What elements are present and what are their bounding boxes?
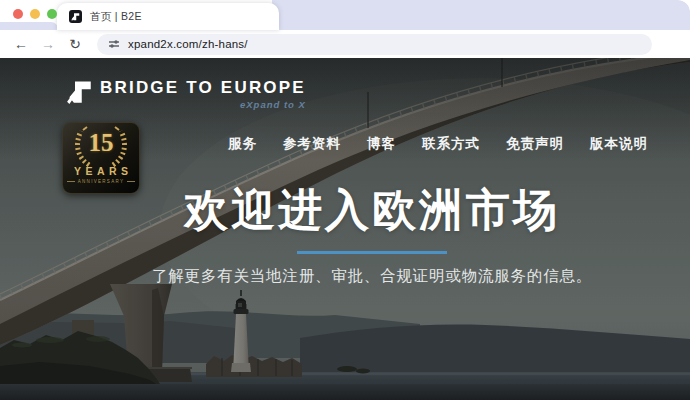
hero-title: 欢迎进入欧洲市场: [54, 185, 690, 236]
badge-anniversary-row: ANNIVERSARY: [67, 179, 135, 184]
browser-toolbar: ← → ↻ xpand2x.com/zh-hans/: [0, 30, 690, 58]
url-text[interactable]: xpand2x.com/zh-hans/: [128, 38, 248, 50]
address-bar[interactable]: xpand2x.com/zh-hans/: [97, 34, 652, 55]
zoom-button[interactable]: [47, 9, 57, 19]
window-controls: [13, 9, 57, 19]
webpage: BRIDGE TO EUROPE eXpand to X 15 YEARS: [0, 58, 690, 400]
tab-title: 首页 | B2E: [90, 10, 142, 24]
nav-item-release-notes[interactable]: 版本说明: [590, 135, 648, 153]
main-navigation: 服务 参考资料 博客 联系方式 免责声明 版本说明: [228, 135, 648, 153]
site-logo-name: BRIDGE TO EUROPE: [100, 78, 306, 98]
close-button[interactable]: [13, 9, 23, 19]
site-favicon-icon: [69, 10, 82, 23]
bridge-logo-icon: [66, 78, 93, 105]
hero-section: 欢迎进入欧洲市场 了解更多有关当地注册、审批、合规证明或物流服务的信息。: [54, 185, 690, 287]
badge-dash: [67, 181, 75, 182]
nav-item-references[interactable]: 参考资料: [283, 135, 341, 153]
tab-strip: 首页 | B2E: [0, 0, 690, 30]
nav-item-services[interactable]: 服务: [228, 135, 257, 153]
refresh-icon[interactable]: ↻: [67, 37, 83, 51]
browser-window: 首页 | B2E ← → ↻ xpand2x.com/zh-hans/: [0, 0, 690, 400]
badge-number: 15: [63, 129, 139, 157]
anniversary-badge: 15 YEARS ANNIVERSARY: [62, 122, 140, 194]
back-icon[interactable]: ←: [13, 37, 29, 51]
hero-subtitle: 了解更多有关当地注册、审批、合规证明或物流服务的信息。: [54, 266, 690, 287]
browser-tab[interactable]: 首页 | B2E: [57, 3, 279, 30]
nav-item-disclaimer[interactable]: 免责声明: [506, 135, 564, 153]
minimize-button[interactable]: [30, 9, 40, 19]
site-logo[interactable]: BRIDGE TO EUROPE eXpand to X: [66, 78, 306, 110]
tab-strip-background: [272, 0, 690, 30]
nav-item-contact[interactable]: 联系方式: [422, 135, 480, 153]
site-settings-icon[interactable]: [108, 38, 120, 50]
site-logo-tagline: eXpand to X: [240, 99, 306, 110]
badge-anniversary-label: ANNIVERSARY: [78, 179, 124, 184]
badge-dash: [127, 181, 135, 182]
hero-divider: [297, 251, 447, 254]
tab-strip-background-left: [0, 22, 58, 30]
forward-icon[interactable]: →: [40, 37, 56, 51]
nav-item-blog[interactable]: 博客: [367, 135, 396, 153]
